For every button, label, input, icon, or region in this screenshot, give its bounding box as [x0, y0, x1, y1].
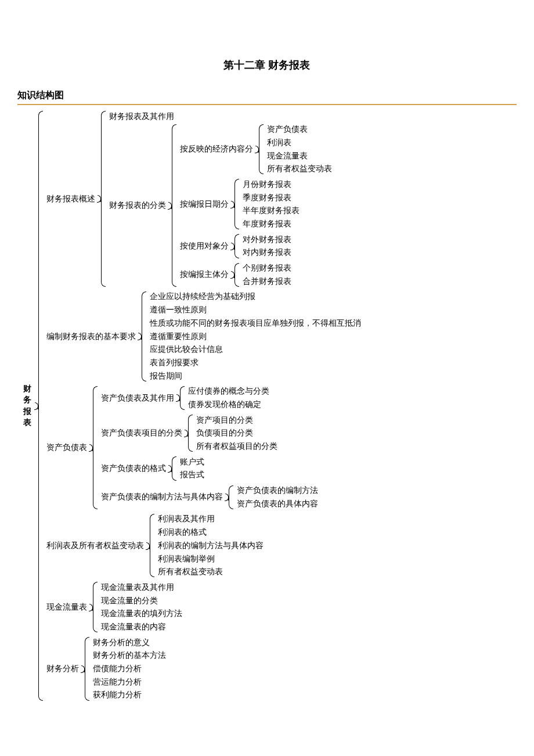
brace-icon [146, 514, 154, 577]
tree-node: 现金流量表现金流量表及其作用现金流量的分类现金流量表的填列方法现金流量表的内容 [46, 581, 361, 633]
node-label: 资产负债表及其作用 [101, 392, 175, 405]
leaf: 年度财务报表 [243, 218, 300, 231]
leaf: 遵循一致性原则 [150, 304, 361, 317]
tree-node: 按编报主体分个别财务报表合并财务报表 [180, 262, 332, 288]
leaf: 利润表 [267, 136, 332, 149]
leaf: 所有者权益变动表 [267, 163, 332, 176]
node-label: 财务报表概述 [46, 193, 96, 206]
leaf: 利润表编制举例 [158, 552, 264, 566]
leaf: 对外财务报表 [243, 233, 291, 246]
tree-node: 按使用对象分对外财务报表对内财务报表 [180, 233, 332, 259]
brace-icon [231, 263, 239, 287]
tree-node: 编制财务报表的基本要求企业应以持续经营为基础列报遵循一致性原则性质或功能不同的财… [46, 290, 361, 383]
node-label: 资产负债表的编制方法与具体内容 [101, 491, 224, 503]
leaf: 资产负债表的具体内容 [237, 497, 318, 510]
leaf: 应付债券的概念与分类 [188, 385, 269, 398]
brace-icon [89, 582, 98, 632]
children: 资产负债表的编制方法资产负债表的具体内容 [237, 484, 318, 510]
leaf: 财务报表及其作用 [109, 110, 332, 123]
leaf: 现金流量表 [267, 149, 332, 163]
brace-icon [98, 111, 106, 287]
tree-node: 财务报表概述财务报表及其作用财务报表的分类按反映的经济内容分资产负债表利润表现金… [46, 110, 361, 288]
tree-node: 资产负债表及其作用应付债券的概念与分类债券发现价格的确定 [101, 385, 318, 411]
leaf: 财务分析的基本方法 [93, 649, 166, 663]
brace-icon [168, 124, 176, 287]
leaf: 资产负债表 [267, 123, 332, 136]
tree-node: 资产负债表的格式账户式报告式 [101, 455, 318, 481]
children: 企业应以持续经营为基础列报遵循一致性原则性质或功能不同的财务报表项目应单独列报，… [150, 290, 361, 383]
leaf: 现金流量的分类 [101, 594, 182, 607]
leaf: 应提供比较会计信息 [150, 343, 361, 357]
children: 现金流量表及其作用现金流量的分类现金流量表的填列方法现金流量表的内容 [101, 581, 182, 633]
leaf: 所有者权益变动表 [158, 566, 264, 579]
node-label: 按反映的经济内容分 [180, 143, 254, 156]
brace-icon [231, 179, 239, 229]
node-label: 利润表及所有者权益变动表 [46, 539, 145, 552]
tree-node: 按编报日期分月份财务报表季度财务报表半年度财务报表年度财务报表 [180, 178, 332, 231]
leaf: 利润表的格式 [158, 526, 264, 539]
leaf: 月份财务报表 [243, 178, 300, 191]
brace-icon [255, 124, 264, 175]
children: 资产负债表利润表现金流量表所有者权益变动表 [267, 123, 332, 176]
leaf: 季度财务报表 [243, 191, 300, 204]
brace-icon [138, 291, 146, 381]
children: 对外财务报表对内财务报表 [243, 233, 291, 259]
leaf: 利润表的编制方法与具体内容 [158, 539, 264, 552]
leaf: 债券发现价格的确定 [188, 398, 269, 411]
children: 财务分析的意义财务分析的基本方法偿债能力分析营运能力分析获利能力分析 [93, 636, 166, 701]
leaf: 性质或功能不同的财务报表项目应单独列报，不得相互抵消 [150, 316, 361, 330]
tree-node: 利润表及所有者权益变动表利润表及其作用利润表的格式利润表的编制方法与具体内容利润… [46, 513, 361, 578]
leaf: 半年度财务报表 [243, 204, 300, 218]
tree-node: 财务分析财务分析的意义财务分析的基本方法偿债能力分析营运能力分析获利能力分析 [46, 636, 361, 701]
children: 账户式报告式 [180, 455, 204, 481]
leaf: 所有者权益项目的分类 [196, 440, 277, 453]
node-label: 编制财务报表的基本要求 [46, 330, 137, 343]
leaf: 现金流量表的填列方法 [101, 607, 182, 621]
children: 资产项目的分类负债项目的分类所有者权益项目的分类 [196, 413, 277, 453]
children: 财务报表及其作用财务报表的分类按反映的经济内容分资产负债表利润表现金流量表所有者… [109, 110, 332, 288]
leaf: 对内财务报表 [243, 246, 291, 260]
leaf: 获利能力分析 [93, 689, 166, 702]
leaf: 财务分析的意义 [93, 636, 166, 649]
tree-node: 财务报表财务报表概述财务报表及其作用财务报表的分类按反映的经济内容分资产负债表利… [23, 110, 517, 702]
children: 个别财务报表合并财务报表 [243, 262, 291, 288]
children: 按反映的经济内容分资产负债表利润表现金流量表所有者权益变动表按编报日期分月份财务… [180, 123, 332, 288]
children: 财务报表概述财务报表及其作用财务报表的分类按反映的经济内容分资产负债表利润表现金… [46, 110, 361, 702]
tree-node: 资产负债表项目的分类资产项目的分类负债项目的分类所有者权益项目的分类 [101, 413, 318, 453]
node-label: 资产负债表项目的分类 [101, 427, 183, 440]
leaf: 企业应以持续经营为基础列报 [150, 290, 361, 304]
node-label: 资产负债表的格式 [101, 462, 167, 475]
leaf: 现金流量表的内容 [101, 620, 182, 633]
leaf: 负债项目的分类 [196, 427, 277, 440]
children: 资产负债表及其作用应付债券的概念与分类债券发现价格的确定资产负债表项目的分类资产… [101, 385, 318, 510]
leaf: 合并财务报表 [243, 275, 291, 288]
leaf: 报告期间 [150, 369, 361, 383]
tree-node: 资产负债表资产负债表及其作用应付债券的概念与分类债券发现价格的确定资产负债表项目… [46, 385, 361, 510]
brace-icon [185, 415, 193, 452]
section-title: 知识结构图 [17, 89, 517, 105]
leaf: 偿债能力分析 [93, 663, 166, 676]
leaf: 利润表及其作用 [158, 513, 264, 526]
node-label: 按编报日期分 [180, 198, 230, 211]
root-label: 财务报表 [23, 383, 34, 429]
leaf: 遵循重要性原则 [150, 330, 361, 343]
leaf: 表首列报要求 [150, 356, 361, 369]
children: 利润表及其作用利润表的格式利润表的编制方法与具体内容利润表编制举例所有者权益变动… [158, 513, 264, 578]
leaf: 个别财务报表 [243, 262, 291, 275]
node-label: 财务分析 [46, 663, 80, 675]
node-label: 资产负债表 [46, 441, 88, 454]
brace-icon [176, 386, 185, 410]
page-title: 第十二章 财务报表 [17, 58, 517, 72]
node-label: 按编报主体分 [180, 268, 230, 281]
brace-icon [168, 456, 176, 480]
node-label: 按使用对象分 [180, 240, 230, 253]
brace-icon [35, 111, 43, 701]
brace-icon [81, 637, 89, 700]
leaf: 营运能力分析 [93, 675, 166, 689]
knowledge-structure-diagram: 财务报表财务报表概述财务报表及其作用财务报表的分类按反映的经济内容分资产负债表利… [17, 110, 517, 702]
leaf: 现金流量表及其作用 [101, 581, 182, 594]
children: 应付债券的概念与分类债券发现价格的确定 [188, 385, 269, 411]
leaf: 账户式 [180, 455, 204, 469]
node-label: 财务报表的分类 [109, 199, 167, 212]
tree-node: 财务报表的分类按反映的经济内容分资产负债表利润表现金流量表所有者权益变动表按编报… [109, 123, 332, 288]
